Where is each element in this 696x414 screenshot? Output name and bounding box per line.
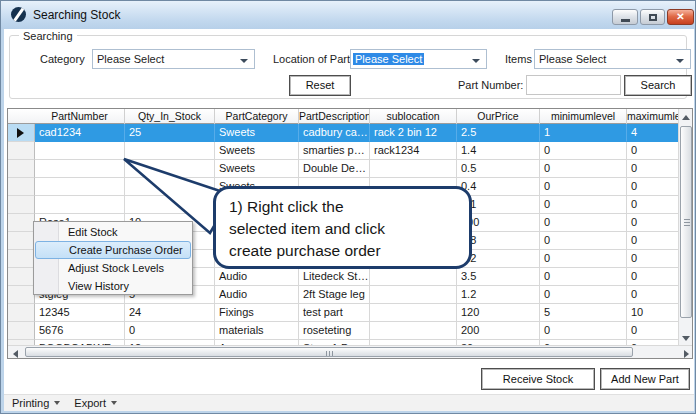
grid-cell[interactable]: 0 [125,322,215,340]
context-menu-item-view-history[interactable]: View History [35,277,191,295]
grid-cell[interactable]: 1.2 [457,286,540,304]
menu-printing[interactable]: Printing [4,395,66,412]
horizontal-scroll-thumb[interactable] [25,347,633,357]
search-button[interactable]: Search [624,75,692,96]
grid-cell[interactable]: 2ft Stage leg [299,286,370,304]
column-header-qty_in_stock[interactable]: Qty_In_Stock [125,109,215,124]
scroll-up-icon[interactable] [682,115,690,120]
grid-cell[interactable] [370,286,457,304]
grid-cell[interactable]: 10 [627,304,680,322]
grid-cell[interactable]: 0.5 [457,160,540,178]
grid-cell[interactable]: Litedeck Stage h... [299,268,370,286]
grid-cell[interactable]: 0 [540,178,627,196]
grid-cell[interactable]: 0 [627,322,680,340]
grid-cell[interactable]: 12345 [35,304,125,322]
row-header[interactable] [8,196,35,214]
grid-cell[interactable]: 0 [627,178,680,196]
row-header[interactable] [8,250,35,268]
grid-cell[interactable]: Fixings [215,304,299,322]
grid-cell[interactable]: 5676 [35,322,125,340]
grid-cell[interactable]: 2.5 [457,124,540,142]
grid-cell[interactable]: 0 [540,322,627,340]
column-header-maximumlev[interactable]: maximumlev [627,109,680,124]
grid-cell[interactable]: 120 [457,304,540,322]
location-dropdown-button[interactable] [469,51,485,67]
grid-cell[interactable]: 25 [125,124,215,142]
column-header-ourprice[interactable]: OurPrice [457,109,540,124]
row-header[interactable] [8,232,35,250]
grid-cell[interactable]: 0 [627,214,680,232]
grid-cell[interactable] [35,178,125,196]
grid-cell[interactable]: smarties packet [299,142,370,160]
column-header-partdescription[interactable]: PartDescription [299,109,370,124]
add-new-part-button[interactable]: Add New Part [600,368,690,390]
row-header[interactable] [8,178,35,196]
grid-cell[interactable]: Double Decker [299,160,370,178]
table-row[interactable]: Sweetssmarties packetrack12341.400 [8,142,680,160]
grid-cell[interactable]: 0 [627,268,680,286]
grid-cell[interactable]: 1 [540,124,627,142]
grid-cell[interactable]: 0 [540,286,627,304]
category-combobox[interactable]: Please Select [92,49,255,69]
row-header[interactable] [8,322,35,340]
horizontal-scrollbar[interactable] [8,345,693,358]
grid-cell[interactable]: cad1234 [35,124,125,142]
table-row[interactable]: 1234524Fixingstest part120510 [8,304,680,322]
vertical-scroll-thumb[interactable] [680,126,692,318]
row-header[interactable] [8,124,35,142]
grid-cell[interactable]: rack 2 bin 12 [370,124,457,142]
row-header[interactable] [8,304,35,322]
grid-cell[interactable]: cadbury caramel ... [299,124,370,142]
row-header[interactable] [8,142,35,160]
items-combobox[interactable]: Please Select [534,49,691,69]
grid-cell[interactable]: 0 [627,142,680,160]
grid-cell[interactable] [370,322,457,340]
grid-cell[interactable]: 0 [540,250,627,268]
vertical-scrollbar[interactable] [678,109,692,346]
grid-cell[interactable]: 0 [627,250,680,268]
scroll-left-icon[interactable] [13,350,18,358]
grid-cell[interactable]: 24 [125,304,215,322]
scroll-down-icon[interactable] [682,336,690,341]
column-header-partnumber[interactable]: PartNumber [35,109,125,124]
grid-cell[interactable]: materials [215,322,299,340]
column-header-minimumlevel[interactable]: minimumlevel [540,109,627,124]
grid-cell[interactable]: 0 [540,160,627,178]
row-header[interactable] [8,214,35,232]
title-bar[interactable]: Searching Stock ✕ [1,1,695,29]
row-header[interactable] [8,160,35,178]
grid-cell[interactable]: Audio [215,286,299,304]
column-header-partcategory[interactable]: PartCategory [215,109,299,124]
grid-cell[interactable] [370,304,457,322]
grid-cell[interactable]: 3.5 [457,268,540,286]
table-row[interactable]: 56760materialsroseteting20000 [8,322,680,340]
menu-export[interactable]: Export [66,395,123,412]
grid-cell[interactable]: 0 [540,142,627,160]
grid-cell[interactable]: 0 [627,286,680,304]
grid-cell[interactable]: 200 [457,322,540,340]
grid-cell[interactable] [370,268,457,286]
scroll-right-icon[interactable] [684,350,689,358]
location-combobox[interactable]: Please Select [350,49,487,69]
close-button[interactable]: ✕ [667,9,694,25]
category-dropdown-button[interactable] [237,51,253,67]
minimize-button[interactable] [612,9,638,25]
receive-stock-button[interactable]: Receive Stock [481,368,595,390]
grid-cell[interactable] [370,160,457,178]
grid-cell[interactable]: 0 [627,232,680,250]
grid-cell[interactable]: rack1234 [370,142,457,160]
table-row[interactable]: SweetsDouble Decker0.500 [8,160,680,178]
maximize-button[interactable] [640,9,665,25]
row-header[interactable] [8,286,35,304]
grid-cell[interactable]: test part [299,304,370,322]
grid-cell[interactable]: roseteting [299,322,370,340]
grid-cell[interactable] [35,142,125,160]
grid-cell[interactable]: 0 [540,214,627,232]
grid-cell[interactable] [35,160,125,178]
column-header-sublocation[interactable]: sublocation [370,109,457,124]
reset-button[interactable]: Reset [289,75,351,96]
grid-cell[interactable]: Sweets [215,124,299,142]
part-number-input[interactable] [526,75,621,95]
items-dropdown-button[interactable] [673,51,689,67]
grid-cell[interactable]: 0 [540,232,627,250]
